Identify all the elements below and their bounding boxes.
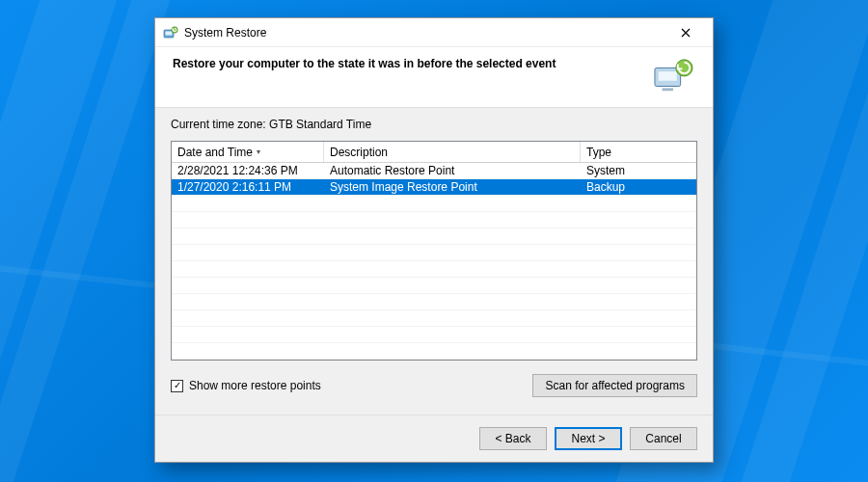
dialog-heading: Restore your computer to the state it wa… — [173, 57, 556, 70]
list-header: Date and Time ▾ Description Type — [172, 142, 696, 163]
svg-rect-5 — [663, 88, 673, 91]
column-header-description[interactable]: Description — [324, 142, 581, 162]
table-row-empty — [172, 261, 696, 278]
dialog-content: Current time zone: GTB Standard Time Dat… — [155, 108, 713, 415]
svg-rect-4 — [659, 71, 677, 81]
table-row-empty — [172, 294, 696, 310]
table-row-empty — [172, 310, 696, 327]
column-header-description-label: Description — [330, 146, 388, 159]
dialog-header: Restore your computer to the state it wa… — [155, 47, 713, 108]
checkbox-box — [171, 380, 183, 392]
close-button[interactable] — [666, 19, 705, 46]
show-more-checkbox[interactable]: Show more restore points — [171, 379, 321, 392]
svg-rect-1 — [166, 31, 173, 35]
dialog-footer: < Back Next > Cancel — [155, 415, 713, 462]
table-row-empty — [172, 196, 696, 212]
back-button[interactable]: < Back — [479, 427, 547, 450]
table-row-empty — [172, 212, 696, 228]
system-restore-dialog: System Restore Restore your computer to … — [154, 17, 714, 463]
column-header-type[interactable]: Type — [581, 142, 696, 162]
scan-affected-button[interactable]: Scan for affected programs — [532, 374, 697, 397]
restore-illustration-icon — [651, 57, 695, 95]
column-header-date[interactable]: Date and Time ▾ — [172, 142, 324, 162]
next-button[interactable]: Next > — [555, 427, 622, 450]
cell-date: 1/27/2020 2:16:11 PM — [172, 180, 324, 194]
cell-date: 2/28/2021 12:24:36 PM — [172, 164, 324, 177]
cell-description: System Image Restore Point — [324, 180, 581, 194]
column-header-type-label: Type — [586, 146, 611, 159]
timezone-label: Current time zone: GTB Standard Time — [171, 118, 697, 131]
cancel-button[interactable]: Cancel — [630, 427, 697, 450]
show-more-label: Show more restore points — [189, 379, 321, 392]
table-row-empty — [172, 278, 696, 294]
table-row-empty — [172, 327, 696, 343]
table-row-empty — [172, 245, 696, 261]
table-row[interactable]: 2/28/2021 12:24:36 PMAutomatic Restore P… — [172, 163, 696, 179]
window-title: System Restore — [184, 26, 266, 40]
table-row-empty — [172, 228, 696, 245]
cell-type: System — [581, 164, 696, 177]
list-body: 2/28/2021 12:24:36 PMAutomatic Restore P… — [172, 163, 696, 360]
table-row-empty — [172, 343, 696, 360]
sort-indicator-icon: ▾ — [257, 147, 260, 156]
cell-description: Automatic Restore Point — [324, 164, 581, 177]
cell-type: Backup — [581, 180, 696, 194]
list-footer-row: Show more restore points Scan for affect… — [171, 374, 697, 397]
system-restore-icon — [163, 25, 178, 40]
titlebar: System Restore — [155, 18, 713, 47]
column-header-date-label: Date and Time — [177, 146, 253, 159]
table-row[interactable]: 1/27/2020 2:16:11 PMSystem Image Restore… — [172, 179, 696, 196]
restore-points-list: Date and Time ▾ Description Type 2/28/20… — [171, 141, 697, 361]
